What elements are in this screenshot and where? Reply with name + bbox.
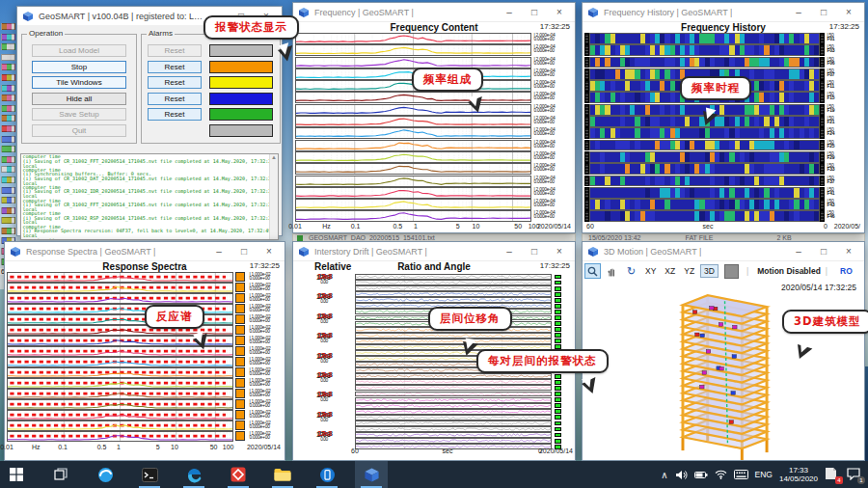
drift-strip bbox=[355, 403, 561, 409]
alarm-indicator-square bbox=[235, 272, 245, 282]
spectrogram-strip-label: | 50F25 bbox=[825, 141, 855, 150]
x-tick-label: 10 bbox=[473, 223, 480, 230]
drift-indicator-square bbox=[555, 339, 561, 343]
frequency-plot bbox=[295, 210, 531, 222]
drift-alarm-indicator bbox=[552, 274, 561, 280]
view-yz-button[interactable]: YZ bbox=[681, 265, 697, 277]
response-alarm-indicator bbox=[233, 272, 247, 283]
drift-indicator-square bbox=[555, 286, 561, 291]
notification-icon-1[interactable]: 4 bbox=[825, 467, 840, 482]
callout-3d-model: 3D建筑模型 bbox=[782, 310, 868, 334]
legend-bar bbox=[1, 64, 15, 70]
maximize-button[interactable]: □ bbox=[522, 243, 547, 260]
maximize-button[interactable]: □ bbox=[811, 4, 836, 21]
response-channel-strip: | 1.000e-020.000e+00 bbox=[7, 336, 283, 346]
view-xz-button[interactable]: XZ bbox=[662, 265, 678, 277]
start-button[interactable] bbox=[0, 461, 33, 488]
close-button[interactable]: × bbox=[836, 4, 861, 21]
spectrogram-cell bbox=[814, 211, 819, 221]
frequency-plot bbox=[295, 127, 531, 139]
response-strip-scale: | 1.000e-020.000e+00 bbox=[247, 400, 276, 409]
close-button[interactable]: × bbox=[836, 243, 861, 260]
minimize-button[interactable]: – bbox=[786, 4, 811, 21]
response-strip-scale: | 1.000e-020.000e+00 bbox=[247, 358, 276, 366]
history-titlebar[interactable]: Frequency History | GeoSMART | –□× bbox=[583, 3, 864, 22]
taskbar-clock[interactable]: 17:33 14/05/2020 bbox=[779, 466, 818, 483]
operation-button-hide-all[interactable]: Hide all bbox=[32, 93, 126, 105]
operation-button-stop[interactable]: Stop bbox=[32, 61, 126, 73]
response-strips: | 1.000e-020.000e+00| 1.000e-020.000e+00… bbox=[7, 272, 283, 442]
spectrogram-cell bbox=[814, 93, 819, 102]
operation-button-save-setup[interactable]: Save Setup bbox=[32, 108, 126, 121]
view-xy-button[interactable]: XY bbox=[642, 265, 659, 277]
red-app-button[interactable] bbox=[222, 461, 255, 488]
drift-titlebar[interactable]: Interstory Drift | GeoSMART | –□× bbox=[293, 242, 575, 261]
notification-icon-2[interactable]: 1 bbox=[847, 467, 862, 482]
close-button[interactable]: × bbox=[257, 243, 282, 260]
spectrogram-strip-label: | 50F19 bbox=[825, 105, 855, 115]
volume-icon[interactable] bbox=[675, 470, 688, 480]
drift-alarm-indicator bbox=[552, 373, 561, 379]
motion-titlebar[interactable]: 3D Motion | GeoSMART | –□× bbox=[583, 242, 864, 261]
minimize-button[interactable]: – bbox=[786, 243, 811, 260]
color-swatch[interactable] bbox=[724, 264, 739, 279]
drift-scale-cluster: 1.7e-30.00 bbox=[305, 312, 343, 324]
frequency-titlebar[interactable]: Frequency | GeoSMART | –□× bbox=[293, 3, 575, 22]
terminal-app-button[interactable] bbox=[133, 461, 166, 488]
legend-bar bbox=[1, 54, 15, 61]
drift-indicator-square bbox=[555, 292, 561, 297]
log-panel: computer time(i) Saving of CR_31002_FFT_… bbox=[20, 153, 279, 240]
operation-button-load-model[interactable]: Load Model bbox=[32, 44, 126, 57]
maximize-button[interactable]: □ bbox=[231, 243, 257, 260]
callout-drift-alarm-status: 每对层间的报警状态 bbox=[476, 349, 609, 373]
operation-button-tile-windows[interactable]: Tile Windows bbox=[32, 76, 126, 89]
zoom-tool-button[interactable] bbox=[584, 263, 601, 279]
drift-strip bbox=[355, 291, 561, 297]
ime-keyboard-icon[interactable] bbox=[734, 470, 748, 479]
minimize-button[interactable]: – bbox=[497, 243, 522, 260]
alarm-indicator-square bbox=[235, 378, 245, 388]
close-button[interactable]: × bbox=[547, 4, 572, 21]
spectrogram-strip-label: | 50F03 bbox=[825, 45, 855, 55]
alarm-reset-button-0[interactable]: Reset bbox=[148, 44, 202, 57]
phone-app-button[interactable] bbox=[311, 461, 343, 488]
battery-icon[interactable] bbox=[694, 470, 708, 480]
close-button[interactable]: × bbox=[547, 243, 572, 260]
alarm-reset-button-1[interactable]: Reset bbox=[148, 61, 202, 73]
x-tick-label: 100 bbox=[223, 444, 234, 450]
spectrogram-strip-label: | 50F43 bbox=[825, 200, 855, 209]
view-3d-button[interactable]: 3D bbox=[700, 264, 719, 278]
language-indicator[interactable]: ENG bbox=[755, 470, 773, 479]
alarm-reset-button-3[interactable]: Reset bbox=[148, 93, 202, 105]
drift-plot bbox=[355, 274, 552, 280]
minimize-button[interactable]: – bbox=[497, 4, 522, 21]
maximize-button[interactable]: □ bbox=[811, 243, 836, 260]
maximize-button[interactable]: □ bbox=[522, 4, 547, 21]
drift-alarm-indicator bbox=[552, 339, 561, 344]
rotate-tool-button[interactable]: ↻ bbox=[623, 263, 639, 279]
frequency-plot bbox=[295, 33, 531, 44]
frequency-strip-scale: | 2.000e-040.000e+00 bbox=[531, 34, 565, 43]
geosmart-taskbar-button[interactable] bbox=[355, 461, 388, 488]
pan-tool-button[interactable] bbox=[604, 263, 620, 279]
task-view-button[interactable] bbox=[44, 461, 77, 488]
log-scrollbar[interactable]: ▲ bbox=[269, 154, 278, 239]
x-tick-label: 60 bbox=[351, 447, 359, 454]
response-channel-strip: | 1.000e-020.000e+00 bbox=[7, 389, 283, 399]
tray-expand-chevron-icon[interactable]: ∧ bbox=[661, 470, 667, 480]
drift-scale-cluster: 1.7e-30.00 bbox=[305, 371, 343, 383]
callout-alarm-status: 报警状态显示 bbox=[203, 15, 299, 40]
alarm-reset-button-2[interactable]: Reset bbox=[148, 76, 202, 89]
alarm-reset-button-4[interactable]: Reset bbox=[148, 108, 202, 121]
spectrogram-strip: | 50F21 bbox=[584, 116, 862, 127]
file-explorer-button[interactable] bbox=[266, 461, 299, 488]
edge-browser-button[interactable] bbox=[177, 461, 210, 488]
wifi-icon[interactable] bbox=[715, 470, 727, 479]
response-channel-strip: | 1.000e-020.000e+00 bbox=[7, 378, 283, 389]
operation-button-quit[interactable]: Quit bbox=[32, 124, 126, 137]
building-3d-model[interactable] bbox=[665, 279, 790, 460]
minimize-button[interactable]: – bbox=[206, 243, 231, 260]
drift-scale-cluster: 1.7e-30.00 bbox=[305, 292, 343, 304]
browser-app-button[interactable] bbox=[89, 461, 122, 488]
response-titlebar[interactable]: Response Spectra | GeoSMART | –□× bbox=[5, 242, 285, 261]
